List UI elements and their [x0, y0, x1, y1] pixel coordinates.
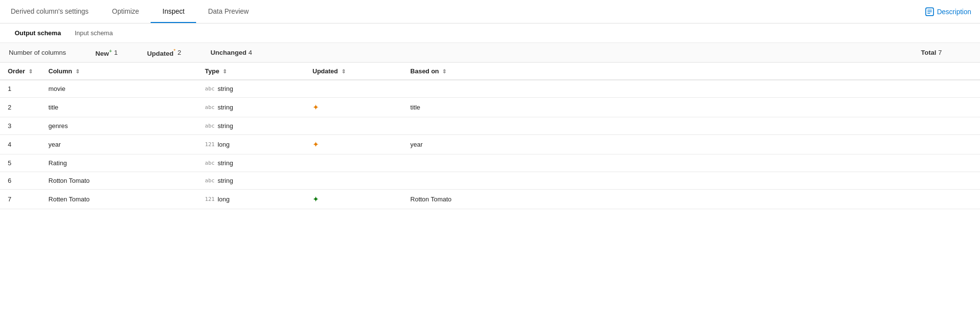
updated-icon-green: ✦ [312, 195, 319, 203]
cell-type: abcstring [197, 97, 305, 117]
summary-bar: Number of columns New+ 1 Updated* 2 Unch… [0, 43, 980, 63]
cell-order: 1 [0, 80, 41, 97]
cell-based-on: Rotton Tomato [402, 189, 980, 209]
cell-column: year [41, 134, 197, 154]
type-icon: 121 [205, 141, 215, 148]
type-icon: 121 [205, 196, 215, 202]
sub-tab-bar: Output schema Input schema [0, 23, 980, 43]
cell-type: abcstring [197, 172, 305, 189]
type-value: string [218, 159, 233, 167]
table-row: 3genresabcstring [0, 117, 980, 134]
table-row: 1movieabcstring [0, 80, 980, 97]
type-value: long [218, 141, 230, 148]
cell-column: genres [41, 117, 197, 134]
header-based-on[interactable]: Based on ⇕ [402, 63, 980, 80]
schema-table: Order ⇕ Column ⇕ Type ⇕ Updated ⇕ Based … [0, 63, 980, 209]
table-row: 6Rotton Tomatoabcstring [0, 172, 980, 189]
table-row: 5Ratingabcstring [0, 154, 980, 172]
sort-icon-order: ⇕ [28, 68, 33, 74]
cell-type: abcstring [197, 80, 305, 97]
cell-column: Rotten Tomato [41, 189, 197, 209]
type-value: string [218, 177, 233, 184]
cell-order: 6 [0, 172, 41, 189]
cell-order: 5 [0, 154, 41, 172]
unchanged-summary: Unchanged 4 [211, 49, 252, 56]
cell-updated [305, 80, 402, 97]
table-row: 2titleabcstring✦title [0, 97, 980, 117]
cell-based-on [402, 117, 980, 134]
type-icon: abc [205, 160, 215, 166]
header-column[interactable]: Column ⇕ [41, 63, 197, 80]
sub-tab-input-schema[interactable]: Input schema [69, 26, 119, 40]
type-value: string [218, 104, 233, 111]
cell-updated: ✦ [305, 189, 402, 209]
sort-icon-updated: ⇕ [341, 68, 346, 74]
sort-icon-based-on: ⇕ [442, 68, 446, 74]
type-icon: abc [205, 123, 215, 129]
cell-updated [305, 172, 402, 189]
cell-based-on: year [402, 134, 980, 154]
header-order[interactable]: Order ⇕ [0, 63, 41, 80]
type-icon: abc [205, 104, 215, 110]
cell-based-on [402, 154, 980, 172]
updated-icon-orange: ✦ [312, 140, 319, 149]
description-button[interactable]: Description [925, 7, 971, 16]
cell-order: 2 [0, 97, 41, 117]
header-type[interactable]: Type ⇕ [197, 63, 305, 80]
type-value: long [218, 196, 230, 203]
type-icon: abc [205, 86, 215, 92]
cell-based-on [402, 172, 980, 189]
cell-order: 4 [0, 134, 41, 154]
schema-table-container: Order ⇕ Column ⇕ Type ⇕ Updated ⇕ Based … [0, 63, 980, 209]
cell-based-on [402, 80, 980, 97]
updated-summary: Updated* 2 [147, 48, 181, 57]
updated-icon-orange: ✦ [312, 103, 319, 111]
type-icon: abc [205, 177, 215, 184]
type-value: string [218, 85, 233, 92]
cell-order: 3 [0, 117, 41, 134]
total-summary: Total 7 [921, 49, 942, 56]
tab-derived-column-settings[interactable]: Derived column's settings [9, 0, 100, 23]
header-updated[interactable]: Updated ⇕ [305, 63, 402, 80]
cell-updated [305, 117, 402, 134]
number-of-columns-label: Number of columns [9, 49, 66, 56]
cell-column: movie [41, 80, 197, 97]
cell-column: title [41, 97, 197, 117]
cell-based-on: title [402, 97, 980, 117]
table-row: 4year121long✦year [0, 134, 980, 154]
top-tab-bar: Derived column's settings Optimize Inspe… [0, 0, 980, 23]
cell-column: Rating [41, 154, 197, 172]
cell-updated: ✦ [305, 134, 402, 154]
cell-type: abcstring [197, 154, 305, 172]
cell-column: Rotton Tomato [41, 172, 197, 189]
sort-icon-type: ⇕ [223, 68, 227, 74]
tab-data-preview[interactable]: Data Preview [196, 0, 260, 23]
tab-optimize[interactable]: Optimize [100, 0, 151, 23]
new-summary: New+ 1 [95, 48, 118, 57]
cell-type: 121long [197, 134, 305, 154]
cell-updated: ✦ [305, 97, 402, 117]
cell-order: 7 [0, 189, 41, 209]
cell-updated [305, 154, 402, 172]
description-icon [925, 7, 934, 16]
cell-type: 121long [197, 189, 305, 209]
sort-icon-column: ⇕ [75, 68, 80, 74]
table-header-row: Order ⇕ Column ⇕ Type ⇕ Updated ⇕ Based … [0, 63, 980, 80]
tab-inspect[interactable]: Inspect [151, 0, 196, 23]
type-value: string [218, 122, 233, 130]
cell-type: abcstring [197, 117, 305, 134]
table-row: 7Rotten Tomato121long✦Rotton Tomato [0, 189, 980, 209]
sub-tab-output-schema[interactable]: Output schema [9, 26, 67, 40]
